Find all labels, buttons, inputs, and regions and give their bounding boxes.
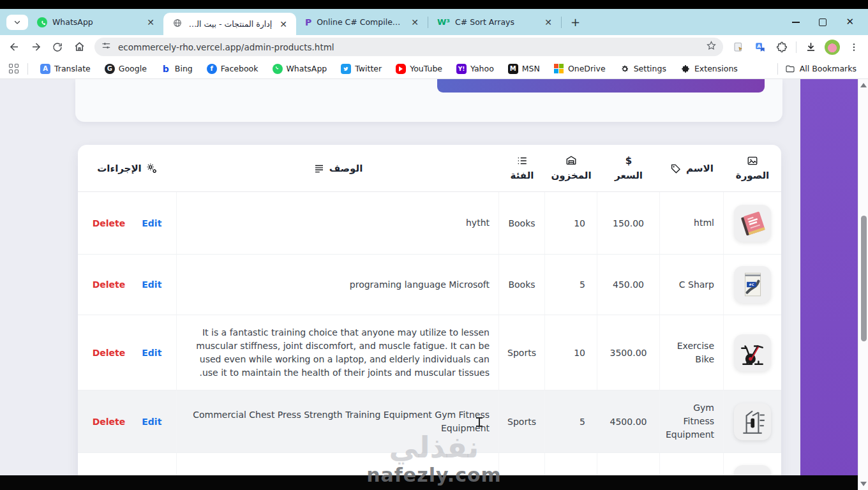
scrollbar-thumb[interactable] (861, 216, 867, 341)
edit-button[interactable]: Edit (142, 417, 161, 427)
product-image (734, 205, 771, 242)
google-icon: G (105, 64, 115, 74)
tab-title: Online C# Compiler (Editor) - P (317, 17, 403, 27)
gear-icon (620, 64, 630, 74)
all-bookmarks-label: All Bookmarks (800, 64, 857, 73)
cell-price: 3500.00 (597, 315, 660, 390)
cell-category: Books (499, 255, 545, 315)
delete-button[interactable]: Delete (93, 417, 126, 427)
product-image (734, 403, 771, 440)
bookmark-item-bing[interactable]: bBing (155, 62, 198, 76)
reload-button[interactable] (47, 38, 68, 57)
close-icon[interactable]: ✕ (846, 17, 854, 27)
forward-button[interactable] (26, 38, 46, 57)
back-button[interactable] (4, 38, 24, 57)
cell-description: hytht (177, 192, 499, 254)
cell-description: It is a fantastic training choice that a… (177, 315, 499, 390)
header-actions: الإجراءات (78, 163, 177, 174)
add-product-button[interactable] (437, 79, 765, 93)
cell-stock: 5 (545, 255, 597, 315)
bookmark-item-translate[interactable]: ATranslate (34, 62, 96, 76)
bookmark-item-google[interactable]: GGoogle (99, 62, 153, 76)
bookmarks-list: ATranslateGGooglebBingfFacebookWhatsAppT… (34, 62, 744, 76)
downloads-button[interactable] (800, 38, 821, 57)
facebook-icon: f (207, 64, 217, 74)
tab-whatsapp[interactable]: WhatsApp ✕ (28, 9, 163, 35)
bookmark-item-facebook[interactable]: fFacebook (201, 62, 264, 76)
bookmark-label: Translate (54, 64, 91, 73)
site-info-icon[interactable] (101, 40, 112, 54)
cell-stock: 5 (545, 390, 597, 452)
tab-admin-products-active[interactable]: إدارة المنتجات - بيت الكتب ✕ (163, 13, 296, 35)
tab-close-button[interactable]: ✕ (542, 17, 555, 27)
capture-extension-icon[interactable] (728, 38, 749, 57)
header-description: الوصف (177, 163, 499, 174)
all-bookmarks-button[interactable]: All Bookmarks (775, 63, 862, 75)
bookmark-item-msn[interactable]: MMSN (502, 62, 546, 76)
whatsapp-icon (273, 64, 283, 74)
edit-button[interactable]: Edit (142, 348, 161, 358)
globe-icon (172, 18, 183, 30)
browser-toolbar: ecommercely-rho.vercel.app/admin-product… (0, 35, 868, 59)
cell-price: 4500.00 (597, 390, 660, 452)
description-lines-icon (313, 163, 325, 174)
translate-icon: A (40, 64, 50, 74)
chevron-down-icon (13, 19, 21, 26)
scroll-up-arrow-icon[interactable] (860, 83, 867, 87)
delete-button[interactable]: Delete (93, 218, 126, 228)
tab-close-button[interactable]: ✕ (277, 19, 290, 29)
header-category: الفئة (499, 155, 545, 181)
w3schools-icon: W³ (437, 17, 450, 27)
home-button[interactable] (69, 38, 89, 57)
warehouse-icon (565, 155, 577, 167)
tab-search-button[interactable] (6, 15, 28, 30)
tab-close-button[interactable]: ✕ (408, 17, 421, 27)
cell-category: Books (499, 192, 545, 254)
minimize-icon[interactable] (792, 22, 800, 23)
bookmark-item-twitter[interactable]: Twitter (335, 62, 387, 76)
programiz-icon: P (305, 17, 311, 27)
delete-button[interactable]: Delete (93, 279, 126, 290)
browser-window: WhatsApp ✕ إدارة المنتجات - بيت الكتب ✕ … (0, 0, 868, 490)
cell-category: Sports (499, 390, 545, 452)
bookmark-star-icon[interactable] (706, 40, 717, 54)
cell-image (724, 192, 781, 254)
extensions-puzzle-icon[interactable] (772, 38, 792, 57)
delete-button[interactable]: Delete (93, 348, 126, 358)
avatar (825, 40, 840, 55)
bookmark-item-onedrive[interactable]: OneDrive (548, 62, 611, 76)
top-black-bar (0, 0, 868, 9)
scroll-down-arrow-icon[interactable] (860, 482, 867, 486)
tab-close-button[interactable]: ✕ (144, 17, 157, 27)
bookmark-label: WhatsApp (287, 64, 327, 73)
apps-grid-icon[interactable] (9, 64, 19, 73)
dollar-icon: $ (625, 155, 632, 167)
address-bar[interactable]: ecommercely-rho.vercel.app/admin-product… (94, 38, 723, 56)
new-tab-button[interactable]: + (562, 15, 589, 29)
products-table-body: html150.0010BookshythtEditDeleteC#C Shar… (78, 192, 781, 490)
bookmarks-separator (27, 63, 28, 75)
edit-button[interactable]: Edit (142, 218, 161, 228)
bookmark-item-whatsapp[interactable]: WhatsApp (267, 62, 333, 76)
cell-image: C# (724, 255, 781, 315)
text-cursor (475, 417, 484, 427)
tab-title: C# Sort Arrays (455, 17, 537, 27)
bookmark-item-settings[interactable]: Settings (614, 62, 672, 76)
product-image (734, 334, 771, 371)
twitter-icon (341, 64, 351, 74)
svg-text:C#: C# (749, 283, 754, 286)
bookmark-label: Bing (175, 64, 193, 73)
bookmark-item-yahoo[interactable]: Y!Yahoo (451, 62, 500, 76)
edit-button[interactable]: Edit (142, 279, 161, 290)
bookmark-item-extensions[interactable]: Extensions (675, 62, 744, 76)
menu-kebab-icon[interactable] (844, 38, 864, 57)
vertical-scrollbar[interactable] (858, 79, 868, 490)
translate-extension-icon[interactable]: A (750, 38, 770, 57)
maximize-icon[interactable] (819, 19, 827, 26)
cell-name: C Sharp (660, 255, 724, 315)
tab-sort-arrays[interactable]: W³ C# Sort Arrays ✕ (428, 9, 561, 35)
tab-online-compiler[interactable]: P Online C# Compiler (Editor) - P ✕ (296, 9, 428, 35)
profile-avatar[interactable] (822, 38, 842, 57)
bookmark-item-youtube[interactable]: YouTube (390, 62, 448, 76)
products-table-card: الصورة الاسم $ السعر المخزون (78, 145, 781, 490)
